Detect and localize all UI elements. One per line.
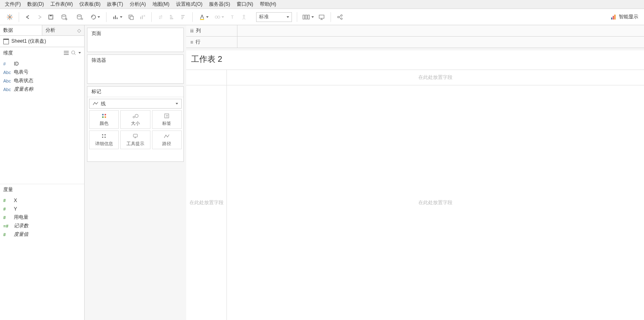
svg-point-9 (77, 15, 81, 16)
menu-window[interactable]: 窗口(N) (233, 0, 257, 9)
mark-label[interactable]: T标签 (152, 110, 182, 129)
detail-icon (101, 133, 107, 139)
field-measure[interactable]: #Y (0, 205, 84, 213)
svg-text:T: T (231, 15, 234, 20)
svg-rect-33 (308, 15, 309, 19)
field-measure[interactable]: =#记录数 (0, 222, 84, 230)
field-dimension[interactable]: Abc度量名称 (0, 85, 84, 94)
text-label-icon[interactable]: T (227, 11, 238, 23)
svg-rect-22 (170, 17, 172, 17)
menu-worksheet[interactable]: 工作表(W) (47, 0, 76, 9)
sort-asc-icon[interactable] (166, 11, 178, 23)
marks-title: 标记 (87, 87, 183, 97)
mark-type-dropdown[interactable]: 线 (89, 99, 182, 109)
drop-main-hint[interactable]: 在此处放置字段 (227, 85, 644, 320)
svg-rect-62 (133, 134, 137, 137)
marks-card: 标记 线 颜色 大小 T标签 详细信息 工具提示 路径 (87, 86, 184, 162)
svg-point-51 (104, 114, 106, 115)
svg-rect-31 (303, 15, 305, 19)
svg-point-48 (72, 51, 75, 54)
svg-rect-16 (130, 16, 133, 20)
pages-card[interactable]: 页面 (87, 28, 184, 52)
columns-drop[interactable] (237, 25, 644, 36)
menu-bar: 文件(F) 数据(D) 工作表(W) 仪表板(B) 故事(T) 分析(A) 地图… (0, 0, 644, 9)
field-measure[interactable]: #度量值 (0, 230, 84, 239)
drop-columns-hint[interactable]: 在此处放置字段 (227, 70, 644, 85)
svg-rect-23 (170, 18, 173, 19)
fit-dropdown-label: 标准 (259, 13, 269, 20)
svg-rect-34 (319, 15, 324, 18)
menu-help[interactable]: 帮助(H) (257, 0, 280, 9)
menu-dashboard[interactable]: 仪表板(B) (76, 0, 104, 9)
mark-path[interactable]: 路径 (152, 131, 182, 149)
menu-format[interactable]: 设置格式(O) (173, 0, 206, 9)
cards-pane: 页面 筛选器 标记 线 颜色 大小 T标签 详细信息 工具提示 路径 (85, 25, 186, 320)
dimensions-header: 维度 (0, 47, 84, 59)
mark-tooltip[interactable]: 工具提示 (120, 131, 150, 149)
filters-card[interactable]: 筛选器 (87, 54, 184, 84)
menu-file[interactable]: 文件(F) (2, 0, 24, 9)
save-icon[interactable] (45, 11, 57, 23)
duplicate-icon[interactable] (125, 11, 137, 23)
rows-drop[interactable] (237, 37, 644, 48)
chevron-down-icon[interactable] (78, 52, 81, 54)
show-cards-icon[interactable] (300, 11, 316, 23)
mark-color[interactable]: 颜色 (89, 110, 119, 129)
mark-detail[interactable]: 详细信息 (89, 131, 119, 149)
menu-story[interactable]: 故事(T) (104, 0, 126, 9)
view-area: iii 列 ≡ 行 工作表 2 在此处放置字段 在此处放置字段 在此处放置字段 (186, 25, 644, 320)
svg-point-28 (215, 16, 218, 18)
svg-rect-32 (305, 15, 307, 19)
sheet-canvas[interactable]: 在此处放置字段 在此处放置字段 在此处放置字段 (186, 70, 644, 320)
show-me-button[interactable]: 智能显示 (607, 13, 642, 20)
pin-icon[interactable] (238, 11, 250, 23)
refresh-icon[interactable] (87, 11, 103, 23)
svg-point-50 (102, 114, 104, 115)
field-measure[interactable]: #用电量 (0, 213, 84, 222)
undo-icon[interactable] (22, 11, 34, 23)
tab-analysis[interactable]: 分析◇ (42, 25, 84, 35)
svg-rect-46 (64, 52, 69, 53)
menu-analysis[interactable]: 分析(A) (126, 0, 149, 9)
field-dimension[interactable]: Abc电表状态 (0, 76, 84, 85)
drop-rows-hint[interactable]: 在此处放置字段 (186, 85, 227, 320)
fit-dropdown[interactable]: 标准 (256, 12, 292, 22)
menu-server[interactable]: 服务器(S) (206, 0, 233, 9)
field-measure[interactable]: #X (0, 196, 84, 205)
measures-header: 度量 (0, 184, 84, 195)
sheet-title[interactable]: 工作表 2 (186, 50, 644, 68)
svg-point-38 (341, 15, 342, 16)
field-dimension[interactable]: Abc电表号 (0, 68, 84, 76)
sort-desc-icon[interactable] (178, 11, 189, 23)
search-icon[interactable] (71, 50, 76, 55)
menu-map[interactable]: 地图(M) (149, 0, 173, 9)
path-icon (164, 133, 170, 139)
group-icon[interactable] (211, 11, 227, 23)
field-dimension[interactable]: #ID (0, 59, 84, 68)
svg-rect-18 (142, 15, 143, 19)
measures-list: #X #Y #用电量 =#记录数 #度量值 (0, 195, 84, 320)
highlight-icon[interactable] (196, 11, 211, 23)
pause-data-icon[interactable] (72, 11, 87, 23)
menu-data[interactable]: 数据(D) (24, 0, 47, 9)
tableau-logo-icon[interactable] (4, 11, 15, 23)
new-worksheet-icon[interactable] (110, 11, 125, 23)
tab-data[interactable]: 数据 (0, 25, 42, 35)
mark-size[interactable]: 大小 (120, 110, 150, 129)
list-view-icon[interactable] (64, 50, 69, 55)
new-datasource-icon[interactable] (57, 11, 72, 23)
redo-icon[interactable] (34, 11, 45, 23)
svg-point-53 (104, 116, 106, 118)
columns-shelf[interactable]: iii 列 (186, 25, 644, 37)
presentation-icon[interactable] (316, 11, 327, 23)
svg-rect-45 (64, 51, 69, 52)
show-me-label: 智能显示 (619, 13, 638, 20)
share-icon[interactable] (334, 11, 346, 23)
svg-rect-14 (117, 17, 117, 19)
datasource-row[interactable]: Sheet1 (仪表盘) (0, 36, 84, 47)
svg-rect-21 (170, 15, 172, 16)
svg-rect-44 (614, 15, 616, 20)
clear-icon[interactable] (137, 11, 148, 23)
swap-icon[interactable] (155, 11, 166, 23)
rows-shelf[interactable]: ≡ 行 (186, 37, 644, 48)
